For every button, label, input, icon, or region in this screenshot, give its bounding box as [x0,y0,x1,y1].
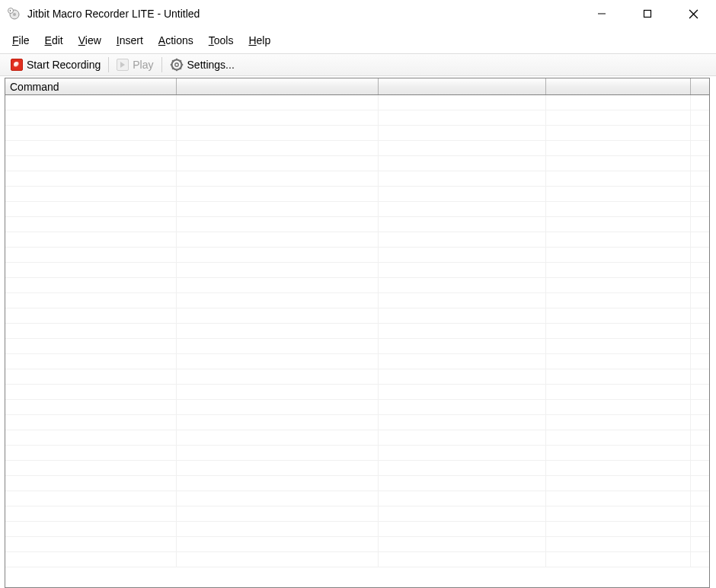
table-row[interactable] [5,400,709,415]
table-row[interactable] [5,126,709,141]
cell [691,461,709,475]
cell [5,171,177,186]
table-row[interactable] [5,476,709,491]
cell [691,278,709,292]
table-row[interactable] [5,202,709,217]
menu-insert[interactable]: Insert [109,32,151,49]
settings-button[interactable]: Settings... [164,56,241,73]
table-row[interactable] [5,308,709,324]
table-row[interactable] [5,263,709,278]
column-header-2[interactable] [379,78,546,94]
cell [177,400,379,414]
cell [379,293,546,308]
column-header-3[interactable] [546,78,691,94]
table-row[interactable] [5,507,709,522]
cell [177,263,379,277]
cell [546,522,691,536]
menu-file[interactable]: File [5,32,37,49]
cell [546,552,691,567]
table-row[interactable] [5,141,709,156]
menu-help[interactable]: Help [241,32,278,49]
table-row[interactable] [5,278,709,293]
table-row[interactable] [5,446,709,461]
cell [546,141,691,155]
cell [546,369,691,384]
command-grid[interactable]: Command [5,78,710,588]
cell [546,110,691,125]
cell [5,141,177,155]
cell [379,248,546,262]
cell [177,110,379,125]
cell [177,385,379,399]
minimize-button[interactable] [579,0,625,27]
svg-line-15 [180,60,181,62]
cell [546,430,691,445]
cell [379,263,546,277]
cell [379,552,546,567]
table-row[interactable] [5,522,709,537]
cell [5,339,177,353]
table-row[interactable] [5,156,709,171]
close-button[interactable] [670,0,716,27]
cell [177,293,379,308]
table-row[interactable] [5,552,709,567]
table-row[interactable] [5,248,709,263]
table-row[interactable] [5,217,709,232]
table-row[interactable] [5,324,709,339]
cell [379,415,546,430]
cell [5,308,177,323]
table-row[interactable] [5,491,709,507]
svg-line-13 [180,68,181,69]
app-icon [6,6,21,21]
cell [546,308,691,323]
menu-actions[interactable]: Actions [151,32,201,49]
cell [691,552,709,567]
table-row[interactable] [5,110,709,126]
column-header-0[interactable]: Command [5,78,177,94]
cell [379,232,546,247]
table-row[interactable] [5,293,709,308]
start-recording-button[interactable]: Start Recording [5,57,107,72]
menu-view[interactable]: View [71,32,109,49]
table-row[interactable] [5,415,709,430]
column-header-4[interactable] [691,78,709,94]
grid-header: Command [5,78,709,95]
table-row[interactable] [5,461,709,476]
start-recording-label: Start Recording [27,59,101,71]
cell [379,369,546,384]
cell [546,446,691,460]
cell [691,110,709,125]
table-row[interactable] [5,430,709,446]
table-row[interactable] [5,171,709,187]
cell [379,385,546,399]
cell [5,415,177,430]
menu-tools[interactable]: Tools [201,32,241,49]
cell [5,248,177,262]
cell [691,95,709,110]
cell [177,491,379,506]
table-row[interactable] [5,339,709,354]
table-row[interactable] [5,369,709,385]
table-row[interactable] [5,95,709,110]
table-row[interactable] [5,537,709,552]
menu-edit[interactable]: Edit [37,32,71,49]
cell [379,324,546,338]
cell [5,217,177,232]
cell [177,446,379,460]
cell [691,232,709,247]
table-row[interactable] [5,385,709,400]
table-row[interactable] [5,187,709,202]
svg-point-1 [13,13,16,16]
cell [691,171,709,186]
cell [546,232,691,247]
cell [691,126,709,140]
column-header-1[interactable] [177,78,379,94]
cell [5,522,177,536]
svg-line-14 [172,68,174,69]
maximize-button[interactable] [625,0,670,27]
table-row[interactable] [5,232,709,248]
cell [5,324,177,338]
grid-body[interactable] [5,95,709,587]
table-row[interactable] [5,354,709,369]
menubar: FileEditViewInsertActionsToolsHelp [0,27,716,53]
